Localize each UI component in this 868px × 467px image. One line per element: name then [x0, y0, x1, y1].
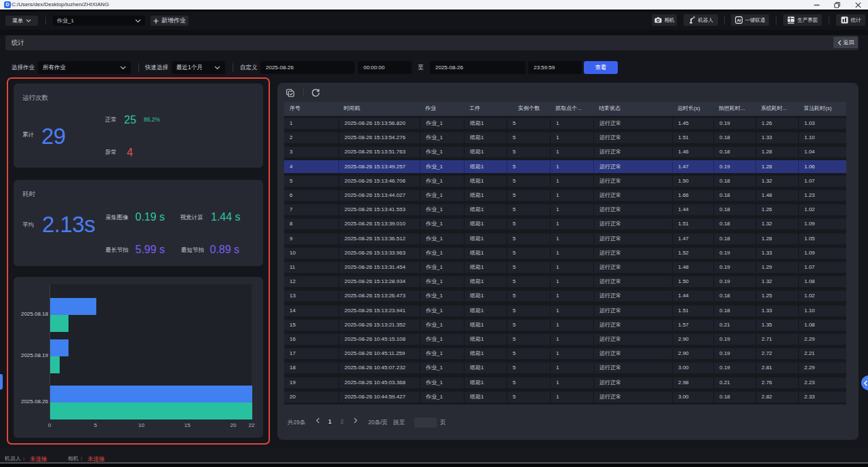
column-header: 工件: [464, 102, 507, 115]
table-cell: 1.23: [798, 190, 846, 201]
production-button[interactable]: 生产界面: [783, 14, 822, 26]
copy-check-icon[interactable]: [286, 88, 294, 100]
table-cell: 作业_1: [420, 118, 464, 129]
camera-label: 相机: [665, 17, 675, 24]
table-cell: 3.00: [672, 362, 713, 373]
time-to-input[interactable]: 23:59:59: [528, 61, 582, 74]
table-row[interactable]: 72025-08-26 15:13:41.553作业_1纸箱151运行正常1.4…: [284, 204, 846, 215]
table-cell: 1: [550, 190, 593, 201]
page-2-button[interactable]: 2: [340, 417, 344, 426]
table-cell: 运行正常: [593, 276, 672, 287]
table-cell: 1.33: [755, 305, 798, 316]
table-cell: 1.44: [672, 204, 713, 215]
time-from-input[interactable]: 00:00:00: [358, 61, 412, 74]
table-row[interactable]: 142025-08-26 15:13:23.941作业_1纸箱151运行正常1.…: [284, 305, 846, 316]
table-row[interactable]: 12025-08-26 15:13:56.820作业_1纸箱151运行正常1.4…: [284, 118, 846, 129]
view-button[interactable]: 查看: [584, 61, 618, 74]
job-filter-select[interactable]: 所有作业: [38, 61, 131, 74]
page-1-button[interactable]: 1: [328, 417, 332, 426]
table-cell: 1.08: [798, 276, 846, 287]
stats-button-label: 统计: [851, 17, 861, 24]
table-cell: 运行正常: [593, 118, 672, 129]
table-cell: 1.02: [798, 204, 846, 215]
table-cell: 1.50: [672, 276, 713, 287]
table-cell: 运行正常: [593, 320, 672, 331]
table-cell: 2.81: [755, 362, 798, 373]
table-cell: 2025-08-26 15:13:28.934: [338, 276, 420, 287]
table-row[interactable]: 122025-08-26 15:13:28.934作业_1纸箱151运行正常1.…: [284, 276, 846, 287]
close-icon: [855, 2, 861, 8]
table-row[interactable]: 92025-08-26 15:13:36.512作业_1纸箱151运行正常1.4…: [284, 234, 846, 244]
table-cell: 作业_1: [420, 219, 464, 229]
table-row-selected[interactable]: 42025-08-26 15:13:49.257作业_1纸箱151运行正常1.4…: [284, 160, 846, 173]
left-panel-toggle[interactable]: [0, 374, 3, 390]
minimize-button[interactable]: [808, 0, 825, 10]
stats-button[interactable]: 统计: [836, 14, 865, 26]
table-cell: 运行正常: [593, 147, 672, 157]
jump-page-input[interactable]: [414, 417, 437, 428]
table-row[interactable]: 152025-08-26 15:13:21.352作业_1纸箱151运行正常1.…: [284, 320, 846, 331]
table-cell: 1: [550, 234, 593, 244]
table-cell: 1: [550, 305, 593, 316]
table-cell: 0.18: [713, 132, 755, 143]
camera-button[interactable]: 相机: [652, 14, 677, 26]
shortest-label: 最短节拍: [181, 246, 204, 254]
table-cell: 1.32: [755, 176, 798, 187]
custom-filter-label: 自定义: [240, 64, 258, 71]
table-row[interactable]: 172025-08-26 10:45:11.259作业_1纸箱151运行正常2.…: [284, 348, 846, 359]
date-from-input[interactable]: 2025-08-26: [260, 61, 355, 74]
table-cell: 纸箱1: [464, 262, 507, 273]
table-row[interactable]: 22025-08-26 15:13:54.276作业_1纸箱151运行正常1.5…: [284, 132, 846, 143]
chart-bar-总次数-2025.08.26: [50, 386, 252, 403]
table-row[interactable]: 52025-08-26 15:13:46.706作业_1纸箱151运行正常1.5…: [284, 176, 846, 187]
close-button[interactable]: [849, 0, 867, 10]
add-job-button[interactable]: 新增作业: [151, 16, 189, 26]
prev-page-button[interactable]: [315, 417, 320, 426]
table-cell: 2.29: [798, 362, 846, 373]
date-to-input[interactable]: 2025-08-26: [430, 61, 526, 74]
table-row[interactable]: 32025-08-26 15:13:51.763作业_1纸箱151运行正常1.4…: [284, 147, 846, 157]
table-cell: 5: [284, 176, 338, 187]
table-cell: 纸箱1: [464, 219, 507, 229]
table-cell: 作业_1: [420, 132, 464, 143]
table-row[interactable]: 192025-08-26 10:45:03.368作业_1纸箱151运行正常2.…: [284, 377, 846, 388]
job-select[interactable]: 作业_1: [53, 16, 145, 26]
table-cell: 作业_1: [420, 176, 464, 187]
refresh-icon[interactable]: [311, 88, 320, 100]
table-row[interactable]: 162025-08-26 10:45:15.108作业_1纸箱151运行正常2.…: [284, 334, 846, 345]
table-row[interactable]: 202025-08-26 10:44:59.427作业_1纸箱151运行正常3.…: [284, 392, 846, 403]
right-panel-toggle[interactable]: [861, 375, 868, 390]
table-cell: 0.18: [713, 147, 755, 157]
toolbar-separator: [303, 88, 304, 96]
chart-x-tick: 10: [131, 422, 151, 429]
table-row[interactable]: 112025-08-26 15:13:31.454作业_1纸箱151运行正常1.…: [284, 262, 846, 273]
menu-button[interactable]: 菜单: [5, 16, 38, 26]
maximize-button[interactable]: [828, 0, 846, 10]
table-cell: 5: [507, 204, 550, 215]
table-cell: 1: [550, 248, 593, 259]
camera-icon: [654, 17, 662, 23]
quick-filter-select[interactable]: 最近1个月: [172, 61, 225, 74]
table-row[interactable]: 82025-08-26 15:13:39.010作业_1纸箱151运行正常1.5…: [284, 219, 846, 229]
next-page-button[interactable]: [353, 417, 358, 426]
job-select-value: 作业_1: [57, 17, 74, 24]
back-button[interactable]: 返回: [833, 37, 858, 48]
table-row[interactable]: 62025-08-26 15:13:44.027作业_1纸箱151运行正常1.6…: [284, 190, 846, 201]
table-row[interactable]: 132025-08-26 15:13:26.473作业_1纸箱151运行正常1.…: [284, 291, 846, 301]
table-row[interactable]: 182025-08-26 10:45:07.232作业_1纸箱151运行正常3.…: [284, 362, 846, 373]
table-row[interactable]: 102025-08-26 15:13:33.963作业_1纸箱151运行正常1.…: [284, 248, 846, 259]
table-cell: 2.29: [798, 334, 846, 345]
ai-link-button[interactable]: AI 一键联通: [731, 14, 769, 26]
production-grid-icon: [787, 16, 795, 24]
table-cell: 1.06: [798, 160, 846, 173]
table-cell: 1.48: [755, 190, 798, 201]
table-cell: 运行正常: [593, 362, 672, 373]
table-cell: 2.76: [755, 377, 798, 388]
table-cell: 1: [550, 160, 593, 173]
capture-label: 采集图像: [106, 214, 129, 221]
robot-button[interactable]: 机器人: [684, 14, 718, 26]
table-cell: 运行正常: [593, 190, 672, 201]
time-to-value: 23:59:59: [534, 64, 555, 71]
table-cell: 1: [550, 334, 593, 345]
run-count-card: 运行次数 累计 29 正常 25 86.2% 异常 4: [14, 83, 263, 168]
